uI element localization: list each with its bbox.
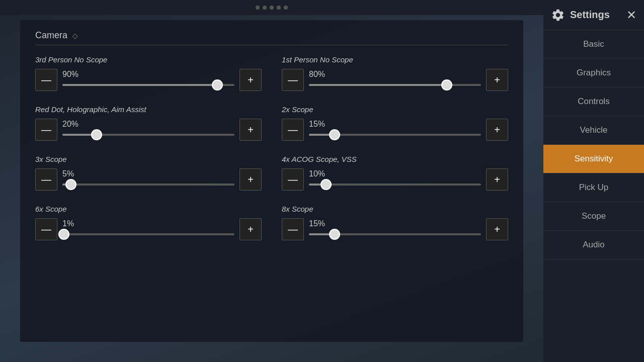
slider-row-third-person: — 90% + [35,69,262,91]
slider-track-6x-scope[interactable] [62,233,234,235]
sidebar-item-vehicle[interactable]: Vehicle [543,116,644,145]
sidebar: Settings ✕ Basic Graphics Controls Vehic… [543,0,644,362]
settings-panel: Camera ◇ 3rd Person No Scope — 90% + 1st [20,20,523,342]
slider-row-6x-scope: — 1% + [35,218,262,240]
sliders-grid: 3rd Person No Scope — 90% + 1st Person N… [35,55,508,254]
slider-row-4x-acog: — 10% + [282,168,508,191]
slider-thumb-third-person[interactable] [212,79,223,90]
sidebar-item-graphics[interactable]: Graphics [543,59,644,87]
slider-fill-first-person [309,84,447,86]
minus-button-third-person[interactable]: — [35,69,57,91]
dot-5 [284,6,288,10]
slider-track-8x-scope[interactable] [309,233,481,235]
slider-container-first-person: 80% [309,69,481,91]
sidebar-item-controls[interactable]: Controls [543,87,644,116]
slider-label-4x-acog: 4x ACOG Scope, VSS [282,155,508,163]
slider-label-3x-scope: 3x Scope [35,155,262,163]
slider-label-first-person: 1st Person No Scope [282,55,508,64]
section-arrow: ◇ [72,32,78,40]
slider-row-red-dot: — 20% + [35,119,262,141]
slider-thumb-8x-scope[interactable] [329,229,340,240]
top-bar [0,0,543,15]
slider-container-3x-scope: 5% [62,168,234,191]
slider-value-2x-scope: 15% [309,120,325,129]
plus-button-4x-acog[interactable]: + [486,168,508,191]
slider-track-2x-scope[interactable] [309,134,481,136]
slider-value-first-person: 80% [309,70,325,79]
section-title: Camera [35,30,67,41]
slider-row-first-person: — 80% + [282,69,508,91]
slider-track-4x-acog[interactable] [309,184,481,186]
plus-button-6x-scope[interactable]: + [239,218,262,240]
slider-container-2x-scope: 15% [309,119,481,141]
section-header: Camera ◇ [35,30,508,45]
slider-thumb-first-person[interactable] [441,79,452,90]
minus-button-red-dot[interactable]: — [35,119,57,141]
dot-1 [256,6,260,10]
close-button[interactable]: ✕ [626,8,636,22]
plus-button-2x-scope[interactable]: + [486,119,508,141]
plus-button-first-person[interactable]: + [486,69,508,91]
slider-value-third-person: 90% [62,70,78,79]
slider-row-3x-scope: — 5% + [35,168,262,191]
top-bar-dots [256,6,288,10]
plus-button-8x-scope[interactable]: + [486,218,508,240]
sidebar-item-sensitivity[interactable]: Sensitivity [543,145,644,173]
slider-value-6x-scope: 1% [62,219,74,228]
slider-thumb-6x-scope[interactable] [58,229,69,240]
sidebar-item-basic[interactable]: Basic [543,30,644,59]
minus-button-3x-scope[interactable]: — [35,168,57,191]
slider-container-third-person: 90% [62,69,234,91]
plus-button-3x-scope[interactable]: + [239,168,262,191]
sidebar-item-pickup[interactable]: Pick Up [543,173,644,202]
sidebar-title-wrap: Settings [551,8,610,22]
minus-button-first-person[interactable]: — [282,69,304,91]
slider-label-red-dot: Red Dot, Holographic, Aim Assist [35,105,262,114]
slider-thumb-4x-acog[interactable] [320,179,332,190]
slider-thumb-red-dot[interactable] [91,129,102,140]
slider-group-4x-acog: 4x ACOG Scope, VSS — 10% + [282,155,508,191]
slider-track-third-person[interactable] [62,84,234,86]
slider-group-3x-scope: 3x Scope — 5% + [35,155,262,191]
slider-value-3x-scope: 5% [62,169,74,178]
slider-label-6x-scope: 6x Scope [35,205,262,213]
slider-value-red-dot: 20% [62,120,78,129]
plus-button-red-dot[interactable]: + [239,119,262,141]
sidebar-item-audio[interactable]: Audio [543,231,644,259]
sidebar-header: Settings ✕ [543,0,644,30]
slider-container-6x-scope: 1% [62,218,234,240]
slider-group-8x-scope: 8x Scope — 15% + [282,205,508,240]
minus-button-2x-scope[interactable]: — [282,119,304,141]
slider-fill-third-person [62,84,217,86]
slider-value-4x-acog: 10% [309,169,325,178]
slider-container-8x-scope: 15% [309,218,481,240]
minus-button-8x-scope[interactable]: — [282,218,304,240]
slider-label-8x-scope: 8x Scope [282,205,508,213]
slider-row-8x-scope: — 15% + [282,218,508,240]
settings-title: Settings [570,9,610,21]
slider-group-third-person: 3rd Person No Scope — 90% + [35,55,262,91]
minus-button-6x-scope[interactable]: — [35,218,57,240]
slider-track-3x-scope[interactable] [62,184,234,186]
slider-group-first-person: 1st Person No Scope — 80% + [282,55,508,91]
slider-container-red-dot: 20% [62,119,234,141]
plus-button-third-person[interactable]: + [239,69,262,91]
sidebar-item-scope[interactable]: Scope [543,202,644,231]
slider-track-red-dot[interactable] [62,134,234,136]
slider-thumb-3x-scope[interactable] [65,179,76,190]
slider-label-2x-scope: 2x Scope [282,105,508,114]
slider-thumb-2x-scope[interactable] [329,129,340,140]
dot-4 [277,6,281,10]
slider-label-third-person: 3rd Person No Scope [35,55,262,64]
slider-value-8x-scope: 15% [309,219,325,228]
gear-icon [551,8,565,22]
slider-container-4x-acog: 10% [309,168,481,191]
minus-button-4x-acog[interactable]: — [282,168,304,191]
slider-group-6x-scope: 6x Scope — 1% + [35,205,262,240]
dot-3 [270,6,274,10]
slider-track-first-person[interactable] [309,84,481,86]
slider-group-red-dot: Red Dot, Holographic, Aim Assist — 20% + [35,105,262,141]
slider-group-2x-scope: 2x Scope — 15% + [282,105,508,141]
slider-row-2x-scope: — 15% + [282,119,508,141]
dot-2 [263,6,267,10]
